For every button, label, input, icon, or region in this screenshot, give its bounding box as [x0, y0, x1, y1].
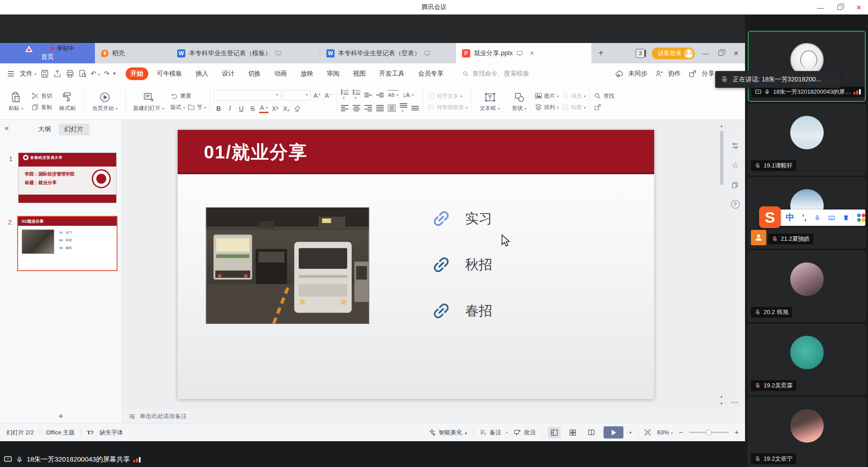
tab-active-presentation[interactable]: P 就业分享.pptx ✕	[456, 43, 591, 63]
command-search[interactable]: 查找命令、搜索模板	[462, 70, 529, 78]
beautify-button[interactable]: 智能美化 ▴	[428, 429, 467, 437]
ime-voice-icon[interactable]	[814, 214, 821, 222]
shapes-button[interactable]: 形状	[507, 85, 532, 118]
strikethrough-button[interactable]: S	[248, 104, 257, 113]
zoom-in-button[interactable]: +	[735, 429, 739, 437]
clipboard-pane-icon[interactable]	[731, 181, 739, 189]
picture-button[interactable]: 图片	[534, 92, 559, 100]
maximize-icon[interactable]	[837, 5, 842, 10]
help-icon[interactable]: ?	[731, 200, 740, 209]
new-tab-button[interactable]: +	[591, 43, 610, 63]
slide-title-band[interactable]: 01/就业分享	[178, 130, 654, 174]
font-name-select[interactable]	[214, 90, 281, 100]
clear-format-icon[interactable]	[293, 105, 301, 113]
italic-button[interactable]: I	[225, 104, 235, 113]
ime-keyboard-icon[interactable]	[828, 214, 835, 222]
export-icon[interactable]	[53, 69, 62, 78]
properties-sliders-icon[interactable]	[731, 142, 739, 150]
align-left-button[interactable]	[341, 105, 349, 111]
file-menu[interactable]: 文件	[6, 69, 37, 78]
favorites-star-icon[interactable]: ☆	[731, 161, 738, 170]
sync-status-button[interactable]: 未同步	[615, 69, 647, 78]
decrease-indent-button[interactable]	[364, 93, 372, 97]
decrease-font-button[interactable]: A⁻	[324, 91, 333, 100]
distribute-button[interactable]	[388, 105, 396, 112]
numbering-button[interactable]	[353, 90, 360, 100]
participant-tile[interactable]: 20.2 韩旭	[748, 251, 866, 322]
ime-skin-icon[interactable]	[843, 214, 849, 222]
tab-doc-blank[interactable]: W 本专科毕业生登记表（空表）	[320, 43, 456, 63]
arrange-button[interactable]: 排列	[534, 103, 559, 111]
scrollbar-thumb[interactable]	[720, 131, 723, 185]
paste-button[interactable]: 粘贴	[3, 85, 29, 118]
copy-button[interactable]: 复制	[31, 103, 52, 111]
collapse-panel-button[interactable]: «	[5, 124, 9, 133]
tab-doc-template[interactable]: W 本专科毕业生登记表（模板）	[171, 43, 320, 63]
underline-button[interactable]: U	[236, 104, 246, 113]
slide1-thumbnail[interactable]: 首都经济贸易大学 学院：国际经济管理学院 标题：就业分享	[18, 152, 117, 203]
close-icon[interactable]: ✕	[733, 50, 739, 57]
bullets-button[interactable]	[341, 90, 349, 100]
share-button[interactable]: 分享	[688, 69, 714, 78]
customize-toolbar-icon[interactable]: ▾	[113, 71, 116, 76]
save-icon[interactable]	[40, 69, 49, 78]
zoom-out-button[interactable]: −	[679, 429, 683, 437]
sorter-view-button[interactable]	[566, 427, 579, 438]
align-right-button[interactable]	[364, 105, 372, 111]
collaborate-button[interactable]: 协作	[655, 69, 681, 78]
text-direction-button[interactable]: ↕A	[402, 90, 414, 100]
undo-icon[interactable]: ↶	[91, 70, 100, 78]
link-row-autumn[interactable]: 秋招	[431, 252, 492, 277]
sogou-logo-icon[interactable]: S	[759, 206, 781, 228]
justify-button[interactable]	[376, 105, 384, 111]
slide-2[interactable]: 01/就业分享	[178, 130, 654, 399]
reading-view-button[interactable]	[585, 427, 598, 438]
doc-count-badge[interactable]: 3	[636, 49, 645, 58]
find-button[interactable]: 查找	[594, 92, 614, 100]
participant-tile[interactable]: 19.2吴奕霖	[748, 324, 866, 395]
section-button[interactable]: 节	[197, 104, 207, 111]
bold-button[interactable]: B	[214, 104, 223, 113]
align-text-button[interactable]: 对齐文本	[427, 92, 468, 100]
traffic-photo[interactable]	[206, 207, 369, 324]
format-painter-button[interactable]: 格式刷	[54, 85, 80, 118]
notes-input[interactable]: 单击此处添加备注	[122, 410, 745, 423]
add-slide-button[interactable]: +	[0, 410, 122, 423]
replace-button[interactable]	[594, 103, 614, 111]
increase-font-button[interactable]: A⁺	[312, 91, 322, 100]
font-size-select[interactable]	[283, 90, 311, 100]
next-slide-icon[interactable]: ▼	[720, 401, 724, 406]
new-slide-button[interactable]: 新建幻灯片	[129, 85, 168, 118]
participant-tile-sharer[interactable]: 18朱一芳32018200043的屏…	[748, 31, 866, 102]
vertical-scrollbar[interactable]: ▲ ▲ ▼	[719, 124, 724, 406]
superscript-button[interactable]: X²	[270, 104, 280, 113]
menu-tab-member[interactable]: 会员专享	[413, 67, 448, 80]
subscript-button[interactable]: X₂	[282, 104, 291, 113]
slideshow-play-button[interactable]	[604, 426, 623, 438]
tab-close-icon[interactable]: ✕	[529, 50, 534, 57]
menu-tab-design[interactable]: 设计	[217, 67, 240, 80]
font-color-button[interactable]: A	[259, 104, 269, 113]
align-center-button[interactable]	[353, 105, 360, 111]
play-options-icon[interactable]: ▾	[629, 430, 632, 435]
tab-home[interactable]: 首页	[0, 43, 95, 63]
participant-tile[interactable]: 19.2文依宁	[748, 397, 866, 467]
print-preview-icon[interactable]	[78, 69, 87, 78]
ime-language-toggle[interactable]: 中	[786, 212, 794, 224]
participant-tile[interactable]: 19.1谭毅轩	[748, 104, 866, 175]
normal-view-button[interactable]	[548, 427, 561, 438]
notes-toggle-button[interactable]: 备注	[479, 429, 508, 437]
layout-button[interactable]: 版式	[170, 104, 185, 111]
fill-button[interactable]: 填充	[561, 92, 586, 100]
comment-button[interactable]: 批注	[514, 429, 536, 437]
ime-toolbox-icon[interactable]	[857, 214, 865, 222]
outline-button[interactable]: 轮廓	[561, 103, 586, 111]
menu-tab-view[interactable]: 视图	[348, 67, 371, 80]
zoom-slider[interactable]	[689, 432, 729, 433]
close-icon[interactable]: ✕	[856, 4, 862, 11]
to-smart-graphic-button[interactable]: 转智能图形	[427, 103, 468, 111]
missing-font-label[interactable]: 缺失字体	[99, 429, 123, 437]
menu-tab-insert[interactable]: 插入	[191, 67, 213, 80]
theme-name[interactable]: Office 主题	[46, 429, 75, 437]
fit-slide-icon[interactable]	[644, 429, 651, 436]
